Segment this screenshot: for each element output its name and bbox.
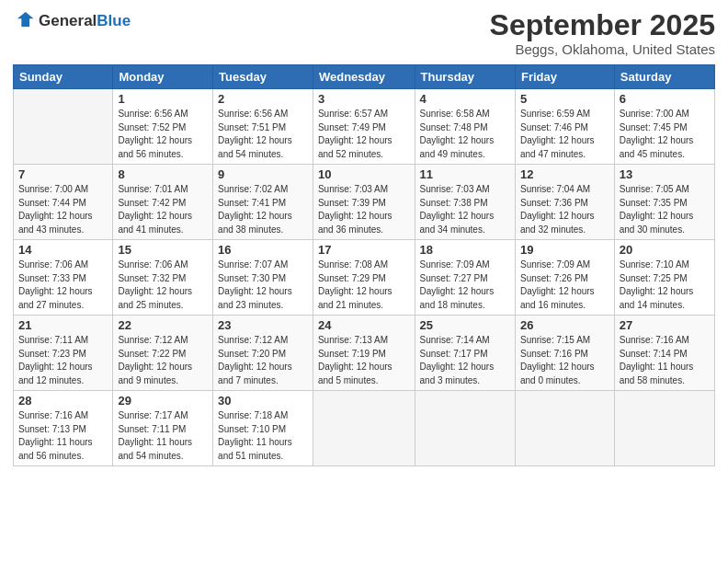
title-block: September 2025 Beggs, Oklahoma, United S… — [490, 9, 715, 57]
calendar-day-cell — [14, 89, 113, 165]
day-info: Sunrise: 7:00 AMSunset: 7:45 PMDaylight:… — [620, 108, 710, 161]
day-number: 3 — [318, 92, 410, 106]
calendar-week-row: 21Sunrise: 7:11 AMSunset: 7:23 PMDayligh… — [14, 316, 715, 391]
day-info: Sunrise: 7:16 AMSunset: 7:13 PMDaylight:… — [18, 409, 108, 463]
calendar-day-cell: 11Sunrise: 7:03 AMSunset: 7:38 PMDayligh… — [415, 165, 515, 240]
calendar-day-cell: 19Sunrise: 7:09 AMSunset: 7:26 PMDayligh… — [515, 240, 614, 316]
day-info: Sunrise: 7:13 AMSunset: 7:19 PMDaylight:… — [318, 334, 410, 387]
day-number: 27 — [620, 318, 710, 332]
calendar-day-cell: 16Sunrise: 7:07 AMSunset: 7:30 PMDayligh… — [213, 240, 313, 316]
col-monday: Monday — [113, 65, 213, 89]
calendar-week-row: 28Sunrise: 7:16 AMSunset: 7:13 PMDayligh… — [14, 391, 715, 466]
day-info: Sunrise: 7:08 AMSunset: 7:29 PMDaylight:… — [318, 259, 410, 312]
day-info: Sunrise: 7:09 AMSunset: 7:27 PMDaylight:… — [420, 259, 510, 312]
day-number: 11 — [420, 167, 510, 181]
day-info: Sunrise: 6:56 AMSunset: 7:51 PMDaylight:… — [218, 108, 308, 161]
svg-marker-0 — [17, 12, 34, 27]
col-saturday: Saturday — [614, 65, 714, 89]
calendar-day-cell: 14Sunrise: 7:06 AMSunset: 7:33 PMDayligh… — [14, 240, 113, 316]
col-sunday: Sunday — [14, 65, 113, 89]
logo-general: General — [39, 12, 97, 29]
calendar-day-cell: 13Sunrise: 7:05 AMSunset: 7:35 PMDayligh… — [614, 165, 714, 240]
day-number: 7 — [18, 167, 108, 181]
day-info: Sunrise: 7:14 AMSunset: 7:17 PMDaylight:… — [420, 334, 510, 387]
calendar-day-cell: 27Sunrise: 7:16 AMSunset: 7:14 PMDayligh… — [614, 316, 714, 391]
calendar-day-cell: 23Sunrise: 7:12 AMSunset: 7:20 PMDayligh… — [213, 316, 313, 391]
day-number: 22 — [118, 318, 208, 332]
day-number: 16 — [218, 243, 308, 257]
calendar-day-cell: 18Sunrise: 7:09 AMSunset: 7:27 PMDayligh… — [415, 240, 515, 316]
day-number: 28 — [18, 394, 108, 408]
day-number: 13 — [620, 167, 710, 181]
day-number: 6 — [620, 92, 710, 106]
day-number: 29 — [118, 394, 208, 408]
day-number: 21 — [18, 318, 108, 332]
day-info: Sunrise: 7:17 AMSunset: 7:11 PMDaylight:… — [118, 409, 208, 463]
day-info: Sunrise: 7:12 AMSunset: 7:22 PMDaylight:… — [118, 334, 208, 387]
day-number: 20 — [620, 243, 710, 257]
calendar-day-cell: 2Sunrise: 6:56 AMSunset: 7:51 PMDaylight… — [213, 89, 313, 165]
day-info: Sunrise: 7:06 AMSunset: 7:33 PMDaylight:… — [18, 259, 108, 312]
calendar-day-cell: 25Sunrise: 7:14 AMSunset: 7:17 PMDayligh… — [415, 316, 515, 391]
day-number: 8 — [118, 167, 208, 181]
calendar-day-cell: 15Sunrise: 7:06 AMSunset: 7:32 PMDayligh… — [113, 240, 213, 316]
day-info: Sunrise: 7:18 AMSunset: 7:10 PMDaylight:… — [218, 409, 308, 463]
calendar-day-cell: 20Sunrise: 7:10 AMSunset: 7:25 PMDayligh… — [614, 240, 714, 316]
calendar-day-cell — [614, 391, 714, 466]
calendar-subtitle: Beggs, Oklahoma, United States — [490, 41, 715, 57]
day-info: Sunrise: 7:01 AMSunset: 7:42 PMDaylight:… — [118, 183, 208, 236]
calendar-day-cell: 17Sunrise: 7:08 AMSunset: 7:29 PMDayligh… — [313, 240, 415, 316]
day-info: Sunrise: 7:04 AMSunset: 7:36 PMDaylight:… — [520, 183, 609, 236]
calendar-week-row: 7Sunrise: 7:00 AMSunset: 7:44 PMDaylight… — [14, 165, 715, 240]
day-number: 17 — [318, 243, 410, 257]
logo-icon — [15, 9, 35, 29]
day-number: 1 — [118, 92, 208, 106]
calendar-table: Sunday Monday Tuesday Wednesday Thursday… — [13, 64, 715, 466]
day-info: Sunrise: 6:56 AMSunset: 7:52 PMDaylight:… — [118, 108, 208, 161]
calendar-title: September 2025 — [490, 9, 715, 41]
calendar-day-cell: 8Sunrise: 7:01 AMSunset: 7:42 PMDaylight… — [113, 165, 213, 240]
day-info: Sunrise: 7:11 AMSunset: 7:23 PMDaylight:… — [18, 334, 108, 387]
calendar-day-cell: 30Sunrise: 7:18 AMSunset: 7:10 PMDayligh… — [213, 391, 313, 466]
day-info: Sunrise: 7:12 AMSunset: 7:20 PMDaylight:… — [218, 334, 308, 387]
day-info: Sunrise: 7:02 AMSunset: 7:41 PMDaylight:… — [218, 183, 308, 236]
day-info: Sunrise: 7:16 AMSunset: 7:14 PMDaylight:… — [620, 334, 710, 387]
calendar-day-cell: 21Sunrise: 7:11 AMSunset: 7:23 PMDayligh… — [14, 316, 113, 391]
day-number: 23 — [218, 318, 308, 332]
day-info: Sunrise: 7:06 AMSunset: 7:32 PMDaylight:… — [118, 259, 208, 312]
day-info: Sunrise: 7:10 AMSunset: 7:25 PMDaylight:… — [620, 259, 710, 312]
calendar-day-cell: 24Sunrise: 7:13 AMSunset: 7:19 PMDayligh… — [313, 316, 415, 391]
col-tuesday: Tuesday — [213, 65, 313, 89]
calendar-week-row: 14Sunrise: 7:06 AMSunset: 7:33 PMDayligh… — [14, 240, 715, 316]
calendar-day-cell: 4Sunrise: 6:58 AMSunset: 7:48 PMDaylight… — [415, 89, 515, 165]
day-info: Sunrise: 7:05 AMSunset: 7:35 PMDaylight:… — [620, 183, 710, 236]
day-info: Sunrise: 7:03 AMSunset: 7:38 PMDaylight:… — [420, 183, 510, 236]
col-thursday: Thursday — [415, 65, 515, 89]
day-info: Sunrise: 6:59 AMSunset: 7:46 PMDaylight:… — [520, 108, 609, 161]
calendar-day-cell: 9Sunrise: 7:02 AMSunset: 7:41 PMDaylight… — [213, 165, 313, 240]
calendar-day-cell: 6Sunrise: 7:00 AMSunset: 7:45 PMDaylight… — [614, 89, 714, 165]
calendar-header-row: Sunday Monday Tuesday Wednesday Thursday… — [14, 65, 715, 89]
day-info: Sunrise: 7:00 AMSunset: 7:44 PMDaylight:… — [18, 183, 108, 236]
day-info: Sunrise: 6:57 AMSunset: 7:49 PMDaylight:… — [318, 108, 410, 161]
calendar-day-cell: 12Sunrise: 7:04 AMSunset: 7:36 PMDayligh… — [515, 165, 614, 240]
calendar-day-cell: 7Sunrise: 7:00 AMSunset: 7:44 PMDaylight… — [14, 165, 113, 240]
calendar-day-cell — [515, 391, 614, 466]
day-number: 24 — [318, 318, 410, 332]
day-number: 12 — [520, 167, 609, 181]
day-number: 18 — [420, 243, 510, 257]
day-number: 9 — [218, 167, 308, 181]
calendar-week-row: 1Sunrise: 6:56 AMSunset: 7:52 PMDaylight… — [14, 89, 715, 165]
day-number: 15 — [118, 243, 208, 257]
day-number: 14 — [18, 243, 108, 257]
col-friday: Friday — [515, 65, 614, 89]
calendar-day-cell: 22Sunrise: 7:12 AMSunset: 7:22 PMDayligh… — [113, 316, 213, 391]
day-number: 2 — [218, 92, 308, 106]
day-info: Sunrise: 6:58 AMSunset: 7:48 PMDaylight:… — [420, 108, 510, 161]
day-number: 19 — [520, 243, 609, 257]
calendar-day-cell: 10Sunrise: 7:03 AMSunset: 7:39 PMDayligh… — [313, 165, 415, 240]
calendar-day-cell: 3Sunrise: 6:57 AMSunset: 7:49 PMDaylight… — [313, 89, 415, 165]
day-number: 5 — [520, 92, 609, 106]
day-number: 26 — [520, 318, 609, 332]
col-wednesday: Wednesday — [313, 65, 415, 89]
